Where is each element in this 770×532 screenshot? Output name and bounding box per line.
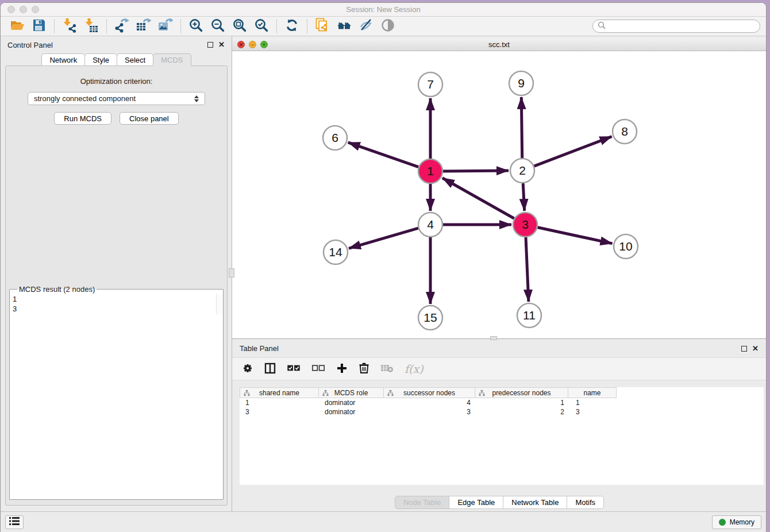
graph-node-2[interactable]: 2 [510,159,534,183]
control-panel-tabs: Network Style Select MCDS [1,53,232,66]
titlebar: Session: New Session [1,3,766,17]
graph-node-14[interactable]: 14 [324,240,348,264]
svg-text:6: 6 [332,131,338,144]
column-header-name[interactable]: name [568,387,617,398]
memory-button[interactable]: Memory [712,515,761,529]
import-table-button[interactable] [80,18,102,35]
column-header-predecessor-nodes[interactable]: predecessor nodes [475,387,568,398]
column-header-successor-nodes[interactable]: successor nodes [383,387,475,398]
export-table-button[interactable] [133,18,155,35]
save-session-button[interactable] [28,18,50,35]
zoom-window-button[interactable] [32,6,39,13]
horizontal-splitter-handle[interactable] [490,336,497,340]
clone-network-button[interactable] [311,18,333,35]
mcds-tab-panel: Optimization criterion: strongly connect… [5,65,228,506]
search-input[interactable] [609,22,755,30]
delete-column-button[interactable] [359,362,369,376]
mcds-result-text[interactable]: 1 3 [13,294,214,314]
graph-edge-2-9[interactable] [521,97,522,158]
svg-text:2: 2 [519,164,526,177]
graph-node-9[interactable]: 9 [509,71,533,95]
hide-graphics-details-button[interactable] [355,18,377,35]
svg-text:8: 8 [621,125,628,138]
graph-node-11[interactable]: 11 [517,303,541,327]
run-mcds-button[interactable]: Run MCDS [54,112,111,125]
tab-motifs[interactable]: Motifs [567,496,604,509]
graph-svg: 7968124314101511 [232,51,766,338]
export-image-button[interactable] [155,18,176,35]
network-minimize-button[interactable]: − [249,41,256,48]
eye-icon [380,18,395,34]
graph-edge-3-10[interactable] [538,228,613,244]
apply-layout-button[interactable] [281,18,303,35]
export-network-button[interactable] [111,18,133,35]
graph-edge-3-1[interactable] [442,178,514,218]
close-table-panel-icon[interactable]: ✕ [752,346,759,352]
table-toolbar: f(x) [232,357,766,380]
add-column-button[interactable] [336,363,348,376]
graph-node-8[interactable]: 8 [613,119,637,144]
import-network-button[interactable] [59,18,80,35]
deselect-all-columns-button[interactable] [311,364,325,374]
hierarchy-icon [322,390,329,398]
tab-style[interactable]: Style [84,53,117,66]
vertical-splitter-handle[interactable] [229,268,234,277]
zoom-selected-button[interactable] [251,18,272,35]
table-panel-header: Table Panel ✕ [232,339,766,354]
tab-mcds[interactable]: MCDS [153,53,191,66]
close-window-button[interactable] [7,6,15,13]
table-row[interactable]: 3dominator323 [240,407,764,417]
network-canvas[interactable]: 7968124314101511 [232,51,766,338]
close-panel-icon[interactable]: ✕ [218,42,225,48]
network-close-button[interactable]: ✕ [237,41,245,48]
tab-node-table[interactable]: Node Table [395,496,450,509]
export-table-icon [136,18,151,34]
list-icon [9,516,20,527]
svg-text:9: 9 [518,76,525,90]
table-panel: Table Panel ✕ f(x) s [232,339,766,511]
float-table-panel-icon[interactable] [741,346,747,352]
export-image-icon [158,18,173,34]
select-all-columns-button[interactable] [287,364,301,374]
search-field[interactable] [592,20,760,33]
criterion-select[interactable]: strongly connected component [28,92,205,105]
zoom-in-button[interactable] [185,18,207,35]
graph-node-4[interactable]: 4 [418,213,442,237]
graph-edge-2-8[interactable] [534,137,612,167]
tab-select[interactable]: Select [117,53,153,66]
tab-network-table[interactable]: Network Table [503,496,567,509]
refresh-icon [284,18,299,34]
graph-node-7[interactable]: 7 [418,72,442,97]
column-header-shared-name[interactable]: shared name [240,387,319,398]
table-cell: 1 [476,399,570,407]
graph-node-6[interactable]: 6 [323,126,347,150]
show-columns-button[interactable] [264,363,276,376]
graph-edge-4-14[interactable] [349,228,418,248]
tab-network[interactable]: Network [41,53,85,66]
float-panel-icon[interactable] [207,42,213,48]
network-maximize-button[interactable]: + [260,41,268,48]
table-cell: 3 [570,408,619,416]
graph-edge-3-11[interactable] [526,237,529,302]
graph-node-3[interactable]: 3 [513,213,537,237]
close-panel-button[interactable]: Close panel [120,112,179,125]
graph-node-15[interactable]: 15 [418,306,442,330]
zoom-out-button[interactable] [207,18,229,35]
zoom-fit-button[interactable] [229,18,251,35]
table-row[interactable]: 1dominator411 [240,398,764,407]
graph-edge-1-2[interactable] [443,171,509,171]
first-neighbors-button[interactable] [333,18,355,35]
svg-text:7: 7 [427,78,434,91]
open-session-button[interactable] [6,18,28,35]
tab-edge-table[interactable]: Edge Table [449,496,503,509]
table-settings-button[interactable] [242,363,253,376]
column-header-MCDS-role[interactable]: MCDS role [318,387,384,398]
graph-node-1[interactable]: 1 [418,159,442,183]
table-cell: dominator [319,399,384,407]
minimize-window-button[interactable] [20,6,27,13]
graph-node-10[interactable]: 10 [614,234,638,259]
graph-edge-1-6[interactable] [348,142,419,167]
result-scrollbar[interactable] [216,294,222,314]
task-history-button[interactable] [5,515,24,529]
graph-edge-2-3[interactable] [523,183,525,211]
